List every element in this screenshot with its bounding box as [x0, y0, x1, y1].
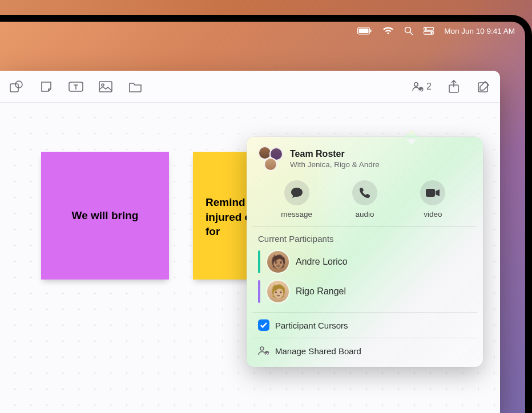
- manage-shared-board-button[interactable]: Manage Shared Board: [252, 338, 477, 363]
- svg-point-19: [260, 347, 264, 350]
- svg-point-14: [414, 82, 418, 86]
- sticky-note-pink[interactable]: We will bring: [41, 152, 169, 280]
- participant-avatar: 🧑🏽: [267, 251, 289, 273]
- svg-rect-18: [426, 189, 435, 197]
- participant-row[interactable]: 🧑🏽 Andre Lorico: [247, 247, 483, 277]
- participant-name: Andre Lorico: [296, 257, 348, 267]
- participant-color-bar: [258, 250, 260, 273]
- participant-avatar: 🧑🏼: [267, 281, 289, 302]
- device-frame: Mon Jun 10 9:41 AM: [0, 15, 532, 413]
- menubar-clock[interactable]: Mon Jun 10 9:41 AM: [444, 27, 515, 35]
- control-center-icon[interactable]: [424, 27, 434, 35]
- current-participants-label: Current Participants: [247, 227, 483, 247]
- board-title: Team Roster: [290, 149, 380, 159]
- svg-rect-1: [359, 29, 369, 33]
- compose-button-icon[interactable]: [476, 79, 491, 94]
- sticky-note-tool-icon[interactable]: [39, 79, 54, 94]
- svg-point-8: [430, 32, 432, 34]
- avatar: [264, 157, 277, 171]
- svg-rect-12: [99, 82, 112, 92]
- collaboration-button[interactable]: 2: [412, 81, 432, 92]
- message-action-button[interactable]: message: [268, 180, 325, 218]
- svg-point-6: [425, 28, 426, 30]
- action-label: video: [424, 210, 442, 218]
- file-tool-icon[interactable]: [128, 79, 143, 94]
- svg-point-10: [15, 81, 22, 88]
- participant-cursors-toggle[interactable]: Participant Cursors: [252, 312, 477, 338]
- menubar: Mon Jun 10 9:41 AM: [0, 22, 525, 40]
- manage-shared-board-label: Manage Shared Board: [275, 346, 361, 356]
- svg-point-13: [102, 84, 104, 86]
- freeform-window: 2 We will bring Remind injured out for: [0, 71, 500, 413]
- group-avatar-cluster: [258, 146, 283, 171]
- participant-color-bar: [258, 280, 260, 303]
- text-box-tool-icon[interactable]: [68, 79, 83, 94]
- audio-action-button[interactable]: audio: [336, 180, 393, 218]
- desktop: Mon Jun 10 9:41 AM: [0, 22, 525, 413]
- popover-actions: message audio video: [252, 177, 477, 227]
- action-label: message: [281, 210, 312, 218]
- participant-row[interactable]: 🧑🏼 Rigo Rangel: [247, 277, 483, 306]
- board-subtitle: With Jenica, Rigo & Andre: [290, 160, 380, 169]
- svg-rect-2: [370, 30, 372, 33]
- participant-cursors-label: Participant Cursors: [275, 321, 348, 330]
- shape-tool-icon[interactable]: [9, 79, 24, 94]
- svg-line-4: [410, 33, 413, 35]
- popover-header: Team Roster With Jenica, Rigo & Andre: [247, 137, 483, 177]
- media-tool-icon[interactable]: [98, 79, 113, 94]
- participant-count: 2: [426, 82, 432, 92]
- spotlight-search-icon[interactable]: [404, 26, 413, 35]
- share-button-icon[interactable]: [446, 79, 461, 94]
- toolbar: 2: [0, 71, 500, 103]
- participant-name: Rigo Rangel: [296, 286, 346, 297]
- collaboration-popover: Team Roster With Jenica, Rigo & Andre me…: [247, 137, 483, 367]
- people-icon: [258, 345, 269, 357]
- action-label: audio: [355, 210, 374, 218]
- video-action-button[interactable]: video: [404, 180, 461, 218]
- battery-icon[interactable]: [357, 27, 372, 35]
- svg-point-3: [405, 27, 411, 33]
- board-canvas[interactable]: We will bring Remind injured out for: [0, 103, 500, 413]
- checkbox-checked-icon[interactable]: [258, 319, 269, 331]
- sticky-note-text: We will bring: [72, 208, 139, 223]
- wifi-icon[interactable]: [382, 27, 394, 35]
